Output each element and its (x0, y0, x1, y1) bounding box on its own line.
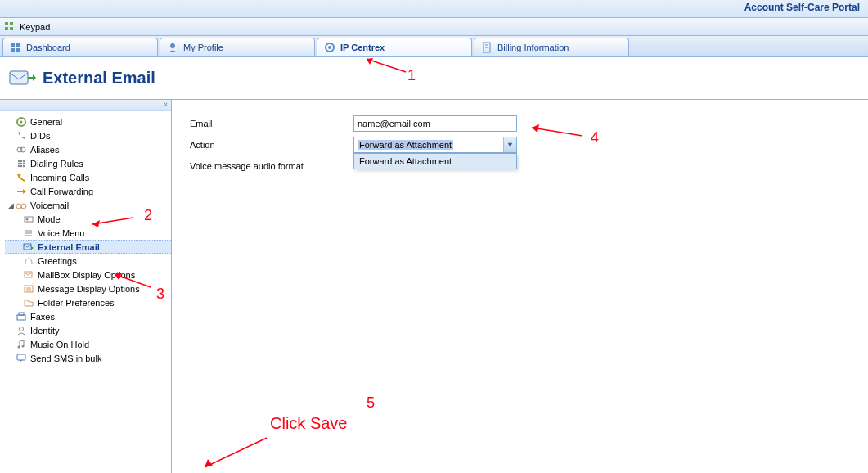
tree-dialing-rules[interactable]: Dialing Rules (5, 156, 171, 170)
keypad-icon (3, 20, 16, 34)
chevron-down-icon[interactable]: ▼ (503, 137, 516, 152)
dashboard-icon (10, 42, 21, 53)
sidebar: « General DIDs Aliases Dialing Rules Inc… (0, 100, 172, 473)
svg-rect-7 (16, 48, 20, 52)
tab-my-profile[interactable]: My Profile (160, 38, 315, 56)
svg-point-47 (20, 327, 24, 331)
svg-marker-40 (31, 246, 34, 250)
mode-icon (23, 214, 34, 225)
profile-icon (167, 42, 178, 53)
svg-point-17 (20, 120, 23, 123)
tree-voice-menu[interactable]: Voice Menu (5, 226, 171, 240)
svg-point-20 (18, 160, 20, 161)
tree-music-on-hold[interactable]: Music On Hold (5, 337, 171, 351)
svg-point-31 (16, 204, 21, 209)
app-title: Account Self-Care Portal (744, 2, 860, 13)
svg-point-35 (26, 218, 29, 220)
tab-label: Dashboard (26, 43, 70, 52)
tab-ip-centrex[interactable]: IP Centrex (317, 38, 472, 56)
svg-rect-45 (17, 315, 25, 320)
svg-rect-14 (10, 71, 28, 84)
svg-point-26 (18, 164, 20, 166)
svg-rect-46 (19, 313, 24, 315)
audio-format-label: Voice message audio format (190, 161, 353, 171)
email-label: Email (190, 119, 353, 128)
svg-rect-5 (16, 43, 20, 47)
content-panel: Email Action Forward as Attachment ▼ For… (172, 100, 868, 473)
fax-icon (16, 311, 27, 322)
voicemail-icon (16, 200, 27, 211)
svg-point-10 (328, 46, 331, 49)
svg-rect-4 (11, 43, 15, 47)
action-dropdown: Forward as Attachment (353, 153, 517, 169)
tree-mailbox-display-options[interactable]: MailBox Display Options (5, 268, 171, 282)
svg-point-22 (23, 160, 25, 161)
keypad-button[interactable]: Keypad (20, 22, 50, 32)
folder-icon (23, 297, 34, 309)
tree-message-display-options[interactable]: Message Display Options (5, 282, 171, 295)
tree-incoming-calls[interactable]: Incoming Calls (5, 170, 171, 184)
dialpad-icon (16, 158, 27, 169)
svg-point-24 (20, 162, 22, 164)
message-icon (23, 283, 34, 295)
tab-dashboard[interactable]: Dashboard (2, 38, 158, 56)
tree-identity[interactable]: Identity (5, 323, 171, 337)
action-label: Action (190, 140, 353, 150)
action-selected-value: Forward as Attachment (358, 140, 453, 150)
action-option[interactable]: Forward as Attachment (354, 154, 516, 169)
gear-icon (16, 116, 27, 128)
page-title: External Email (43, 69, 155, 88)
action-select[interactable]: Forward as Attachment ▼ (353, 137, 517, 153)
svg-marker-15 (33, 74, 36, 81)
document-icon (481, 42, 492, 53)
tree-aliases[interactable]: Aliases (5, 142, 171, 156)
svg-point-8 (170, 43, 175, 48)
tree-voicemail[interactable]: ◢Voicemail (5, 198, 171, 212)
svg-rect-0 (5, 22, 8, 25)
svg-rect-3 (10, 27, 13, 30)
svg-point-19 (20, 147, 25, 152)
forward-icon (16, 186, 27, 197)
svg-rect-50 (17, 354, 25, 360)
identity-icon (16, 325, 27, 336)
svg-point-23 (18, 162, 20, 164)
phone-icon (16, 130, 27, 142)
tree-folder-preferences[interactable]: Folder Preferences (5, 295, 171, 309)
gear-icon (324, 42, 335, 53)
incoming-call-icon (16, 172, 27, 183)
tree-send-sms[interactable]: Send SMS in bulk (5, 351, 171, 365)
svg-point-49 (22, 345, 25, 347)
tree-general[interactable]: General (5, 115, 171, 128)
tabbar: Dashboard My Profile IP Centrex Billing … (0, 36, 868, 57)
greeting-icon (23, 255, 34, 267)
svg-marker-30 (23, 189, 26, 194)
tree-external-email[interactable]: External Email (5, 240, 171, 254)
svg-point-28 (23, 164, 25, 166)
menu-icon (23, 227, 34, 239)
svg-point-48 (18, 345, 20, 348)
svg-rect-1 (10, 22, 13, 25)
svg-point-27 (20, 164, 22, 166)
svg-rect-6 (11, 48, 15, 52)
tab-label: My Profile (183, 43, 223, 52)
email-input[interactable] (353, 115, 517, 132)
svg-rect-2 (5, 27, 8, 30)
svg-rect-42 (25, 286, 33, 292)
sidebar-collapse-button[interactable]: « (0, 100, 171, 111)
chevron-down-icon[interactable]: ◢ (7, 201, 15, 209)
tab-label: IP Centrex (340, 43, 385, 52)
tree-mode[interactable]: Mode (5, 212, 171, 226)
tree-dids[interactable]: DIDs (5, 128, 171, 142)
sms-icon (16, 353, 27, 364)
toolbar: Keypad (0, 18, 868, 36)
tree-greetings[interactable]: Greetings (5, 254, 171, 268)
tab-billing[interactable]: Billing Information (474, 38, 629, 56)
external-email-icon (8, 66, 36, 91)
svg-point-32 (21, 204, 26, 209)
alias-icon (16, 144, 27, 155)
svg-point-25 (23, 162, 25, 164)
email-forward-icon (23, 241, 34, 253)
svg-point-21 (20, 160, 22, 161)
tree-call-forwarding[interactable]: Call Forwarding (5, 184, 171, 198)
tree-faxes[interactable]: Faxes (5, 309, 171, 323)
